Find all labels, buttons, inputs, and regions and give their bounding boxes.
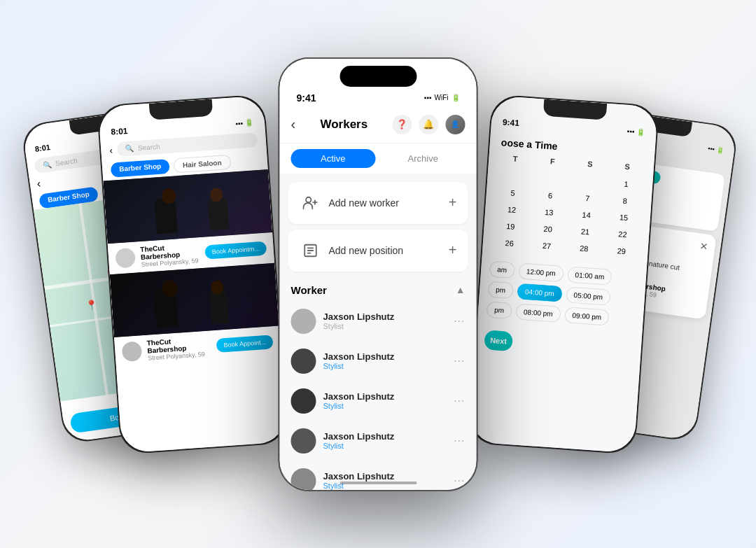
cal-day-8[interactable]: 8	[606, 192, 643, 210]
more-menu-3[interactable]: ···	[454, 395, 465, 407]
worker-avatar-3	[291, 388, 316, 414]
add-worker-plus[interactable]: +	[449, 195, 457, 211]
cal-day-7[interactable]: 7	[569, 189, 606, 207]
slot-0400[interactable]: 04:00 pm	[517, 283, 562, 302]
worker-name-1: Jaxson Lipshutz	[323, 311, 447, 322]
slot-0500[interactable]: 05:00 pm	[566, 286, 611, 305]
left2-back[interactable]: ‹	[109, 144, 113, 155]
center-time: 9:41	[297, 92, 316, 104]
worker-role-1: Stylist	[323, 322, 447, 330]
worker-avatar-1	[291, 309, 316, 334]
worker-item-2[interactable]: Jaxson Lipshutz Stylist ···	[288, 342, 468, 381]
add-position-icon	[300, 239, 322, 262]
left2-time: 8:01	[111, 125, 128, 136]
cal-label-s1: S	[571, 155, 608, 172]
slot-pm2[interactable]: pm	[486, 301, 512, 318]
left1-time: 8:01	[34, 142, 50, 153]
left2-tag-hair[interactable]: Hair Saloon	[173, 154, 231, 173]
battery-icon: 🔋	[451, 94, 460, 101]
worker-role-2: Stylist	[323, 362, 447, 370]
cal-day-12[interactable]: 12	[493, 200, 531, 218]
slot-0100[interactable]: 01:00 am	[567, 266, 612, 285]
cal-day-20[interactable]: 20	[529, 220, 566, 238]
cal-day-5[interactable]: 5	[494, 183, 531, 202]
worker-item-4[interactable]: Jaxson Lipshutz Stylist ···	[288, 421, 468, 461]
worker-avatar-2	[291, 349, 316, 374]
cal-day-19[interactable]: 19	[492, 217, 529, 235]
avatar-button[interactable]: 👤	[445, 115, 465, 134]
more-menu-5[interactable]: ···	[454, 475, 465, 487]
cal-day-21[interactable]: 21	[567, 223, 604, 241]
worker-item-5[interactable]: Jaxson Lipshutz Stylist ···	[288, 461, 468, 490]
add-position-plus[interactable]: +	[449, 242, 457, 258]
cal-day-1[interactable]: 1	[608, 175, 645, 193]
cal-day-22[interactable]: 22	[604, 225, 641, 243]
dynamic-island	[340, 66, 416, 87]
worker-item-3[interactable]: Jaxson Lipshutz Stylist ···	[288, 381, 468, 421]
shop2-book[interactable]: Book Appoint...	[216, 335, 274, 353]
home-indicator	[340, 482, 416, 484]
close-button[interactable]: ✕	[699, 240, 708, 253]
cal-label-t: T	[497, 150, 534, 167]
section-title-worker: Worker	[291, 284, 327, 296]
back-button[interactable]: ‹	[291, 116, 296, 132]
cal-day-26[interactable]: 26	[491, 234, 528, 252]
cal-day-6[interactable]: 6	[532, 186, 569, 204]
left2-tag-barber[interactable]: Barber Shop	[111, 158, 170, 177]
more-menu-1[interactable]: ···	[454, 315, 465, 328]
worker-name-3: Jaxson Lipshutz	[323, 391, 447, 402]
wifi-icon: WiFi	[435, 94, 449, 101]
cal-day-29[interactable]: 29	[603, 241, 640, 260]
slot-1200[interactable]: 12:00 pm	[518, 262, 564, 281]
worker-avatar-4	[291, 428, 316, 454]
worker-item-1[interactable]: Jaxson Lipshutz Stylist ···	[288, 302, 468, 342]
worker-name-4: Jaxson Lipshutz	[323, 431, 447, 442]
add-worker-card[interactable]: Add new worker +	[288, 182, 468, 224]
worker-name-5: Jaxson Lipshutz	[323, 471, 447, 482]
tab-active[interactable]: Active	[291, 149, 376, 168]
help-button[interactable]: ❓	[392, 115, 412, 134]
page-title: Workers	[320, 118, 368, 132]
cal-day-14[interactable]: 14	[568, 206, 605, 224]
tab-archive[interactable]: Archive	[381, 149, 465, 168]
more-menu-4[interactable]: ···	[454, 435, 465, 447]
shop1-book[interactable]: Book Appointm...	[204, 241, 267, 259]
add-position-card[interactable]: Add new position +	[288, 230, 468, 272]
cal-day-27[interactable]: 27	[528, 237, 566, 255]
workers-list: Jaxson Lipshutz Stylist ··· Jaxson Lipsh…	[288, 302, 468, 490]
left1-search[interactable]: Search	[55, 156, 78, 167]
slot-0800[interactable]: 08:00 pm	[515, 303, 561, 322]
signal-icon: ▪▪▪	[424, 94, 432, 101]
add-worker-icon	[300, 192, 322, 214]
left1-back[interactable]: ‹	[36, 177, 42, 190]
notification-button[interactable]: 🔔	[419, 115, 438, 134]
worker-avatar-5	[291, 468, 316, 490]
add-position-label: Add new position	[329, 245, 404, 256]
worker-role-4: Stylist	[323, 442, 447, 450]
cal-day-13[interactable]: 13	[531, 203, 568, 221]
phone-center-workers: 9:41 ▪▪▪ WiFi 🔋 ‹ Workers ❓	[279, 57, 478, 491]
worker-role-3: Stylist	[323, 402, 447, 410]
right1-time: 9:41	[502, 117, 519, 128]
slot-pm[interactable]: pm	[487, 281, 513, 298]
left2-search[interactable]: Search	[138, 142, 160, 151]
svg-point-0	[306, 197, 311, 202]
add-worker-label: Add new worker	[329, 197, 399, 209]
cal-label-f: F	[534, 153, 571, 169]
map-pin-2: 📍	[85, 298, 98, 311]
phone-left-list: 8:01 ▪▪▪🔋 ‹ 🔍 Search Barber Shop H	[97, 94, 288, 455]
slot-am[interactable]: am	[489, 260, 514, 278]
next-button[interactable]: Next	[484, 330, 513, 351]
cal-day-15[interactable]: 15	[606, 209, 643, 227]
cal-day-28[interactable]: 28	[566, 239, 603, 258]
phone-right-calendar: 9:41 ▪▪▪🔋 oose a Time T F S S	[468, 94, 659, 455]
cal-label-s2: S	[609, 158, 646, 175]
section-arrow[interactable]: ▲	[456, 284, 465, 295]
slot-0900[interactable]: 09:00 pm	[564, 307, 610, 325]
worker-name-2: Jaxson Lipshutz	[323, 351, 447, 362]
more-menu-2[interactable]: ···	[454, 355, 465, 367]
